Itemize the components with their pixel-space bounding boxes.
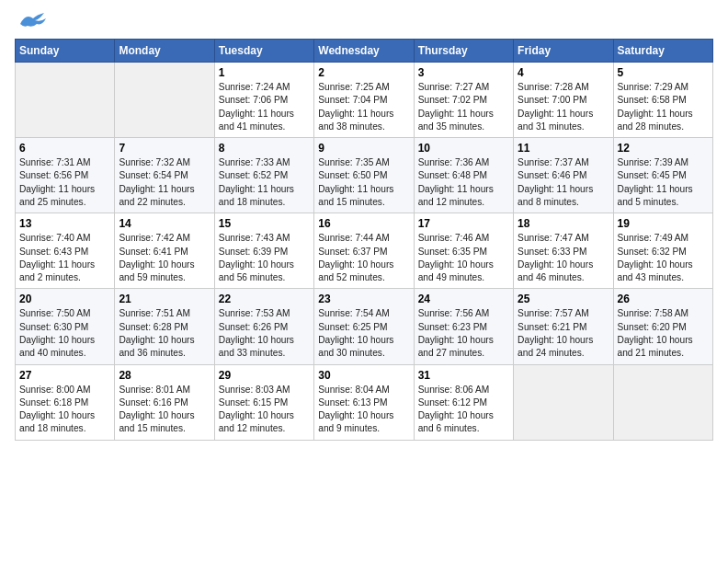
day-number: 21 <box>119 293 210 305</box>
col-header-thursday: Thursday <box>414 40 513 63</box>
sunrise-label: Sunrise: 7:25 AM <box>318 82 390 92</box>
day-detail: Sunrise: 7:57 AM Sunset: 6:21 PM Dayligh… <box>518 307 609 360</box>
sunset-label: Sunset: 6:16 PM <box>119 397 188 408</box>
daylight-label: Daylight: 10 hours and 15 minutes. <box>119 410 194 433</box>
sunrise-label: Sunrise: 7:51 AM <box>119 308 190 318</box>
daylight-label: Daylight: 10 hours and 6 minutes. <box>418 410 494 433</box>
day-detail: Sunrise: 7:54 AM Sunset: 6:25 PM Dayligh… <box>318 307 409 360</box>
day-number: 30 <box>318 369 409 382</box>
daylight-label: Daylight: 10 hours and 40 minutes. <box>19 335 95 358</box>
calendar-cell: 12 Sunrise: 7:39 AM Sunset: 6:45 PM Dayl… <box>613 138 712 213</box>
day-number: 4 <box>518 66 609 79</box>
sunrise-label: Sunrise: 7:56 AM <box>418 308 490 318</box>
daylight-label: Daylight: 10 hours and 33 minutes. <box>219 335 294 358</box>
daylight-label: Daylight: 11 hours and 8 minutes. <box>518 184 593 207</box>
day-number: 23 <box>318 293 409 305</box>
calendar-cell: 10 Sunrise: 7:36 AM Sunset: 6:48 PM Dayl… <box>414 138 513 213</box>
sunset-label: Sunset: 6:33 PM <box>518 247 586 257</box>
calendar-cell: 28 Sunrise: 8:01 AM Sunset: 6:16 PM Dayl… <box>115 364 214 440</box>
calendar-header-row: SundayMondayTuesdayWednesdayThursdayFrid… <box>16 40 713 63</box>
sunrise-label: Sunrise: 7:36 AM <box>418 157 490 167</box>
day-number: 14 <box>119 217 210 230</box>
sunset-label: Sunset: 6:12 PM <box>418 397 487 408</box>
day-detail: Sunrise: 7:43 AM Sunset: 6:39 PM Dayligh… <box>219 232 310 284</box>
sunrise-label: Sunrise: 8:03 AM <box>219 385 290 395</box>
sunset-label: Sunset: 6:43 PM <box>19 247 88 257</box>
day-detail: Sunrise: 7:42 AM Sunset: 6:41 PM Dayligh… <box>119 232 210 284</box>
calendar-cell: 13 Sunrise: 7:40 AM Sunset: 6:43 PM Dayl… <box>16 213 115 289</box>
calendar-cell: 3 Sunrise: 7:27 AM Sunset: 7:02 PM Dayli… <box>414 63 513 138</box>
sunset-label: Sunset: 7:04 PM <box>318 95 387 105</box>
sunrise-label: Sunrise: 7:40 AM <box>19 233 91 243</box>
day-detail: Sunrise: 7:31 AM Sunset: 6:56 PM Dayligh… <box>19 156 110 209</box>
day-detail: Sunrise: 8:03 AM Sunset: 6:15 PM Dayligh… <box>219 384 310 436</box>
day-detail: Sunrise: 7:33 AM Sunset: 6:52 PM Dayligh… <box>219 156 310 209</box>
daylight-label: Daylight: 11 hours and 5 minutes. <box>618 184 693 207</box>
calendar-cell: 5 Sunrise: 7:29 AM Sunset: 6:58 PM Dayli… <box>613 63 712 138</box>
day-detail: Sunrise: 7:56 AM Sunset: 6:23 PM Dayligh… <box>418 307 509 360</box>
calendar-cell <box>514 364 613 440</box>
sunset-label: Sunset: 7:00 PM <box>518 95 586 105</box>
calendar-cell: 27 Sunrise: 8:00 AM Sunset: 6:18 PM Dayl… <box>16 364 115 440</box>
daylight-label: Daylight: 10 hours and 27 minutes. <box>418 335 494 358</box>
sunrise-label: Sunrise: 7:29 AM <box>618 82 689 92</box>
day-number: 13 <box>19 217 110 230</box>
calendar-table: SundayMondayTuesdayWednesdayThursdayFrid… <box>15 39 713 441</box>
day-number: 26 <box>618 293 709 305</box>
sunset-label: Sunset: 7:02 PM <box>418 95 487 105</box>
sunset-label: Sunset: 6:32 PM <box>618 247 687 257</box>
calendar-week-row: 13 Sunrise: 7:40 AM Sunset: 6:43 PM Dayl… <box>16 213 713 289</box>
day-number: 1 <box>219 66 310 79</box>
day-number: 17 <box>418 217 509 230</box>
day-number: 7 <box>119 142 210 155</box>
day-number: 19 <box>618 217 709 230</box>
sunset-label: Sunset: 6:52 PM <box>219 170 288 180</box>
day-detail: Sunrise: 7:51 AM Sunset: 6:28 PM Dayligh… <box>119 307 210 360</box>
col-header-sunday: Sunday <box>16 40 115 63</box>
day-number: 5 <box>618 66 709 79</box>
daylight-label: Daylight: 11 hours and 2 minutes. <box>19 259 95 282</box>
calendar-cell <box>16 63 115 138</box>
calendar-cell: 26 Sunrise: 7:58 AM Sunset: 6:20 PM Dayl… <box>613 289 712 364</box>
day-number: 29 <box>219 369 310 382</box>
day-detail: Sunrise: 7:40 AM Sunset: 6:43 PM Dayligh… <box>19 232 110 284</box>
day-number: 3 <box>418 66 509 79</box>
daylight-label: Daylight: 10 hours and 43 minutes. <box>618 259 693 282</box>
calendar-cell <box>613 364 712 440</box>
daylight-label: Daylight: 10 hours and 56 minutes. <box>219 259 294 282</box>
daylight-label: Daylight: 10 hours and 24 minutes. <box>518 335 593 358</box>
sunset-label: Sunset: 6:28 PM <box>119 322 188 332</box>
daylight-label: Daylight: 10 hours and 46 minutes. <box>518 259 593 282</box>
day-number: 16 <box>318 217 409 230</box>
sunset-label: Sunset: 6:15 PM <box>219 397 288 408</box>
logo <box>15 15 51 31</box>
sunset-label: Sunset: 6:25 PM <box>318 322 387 332</box>
day-number: 12 <box>618 142 709 155</box>
calendar-cell: 1 Sunrise: 7:24 AM Sunset: 7:06 PM Dayli… <box>214 63 313 138</box>
sunrise-label: Sunrise: 7:24 AM <box>219 82 290 92</box>
daylight-label: Daylight: 11 hours and 22 minutes. <box>119 184 194 207</box>
daylight-label: Daylight: 11 hours and 38 minutes. <box>318 109 393 132</box>
day-detail: Sunrise: 7:28 AM Sunset: 7:00 PM Dayligh… <box>518 81 609 133</box>
daylight-label: Daylight: 10 hours and 52 minutes. <box>318 259 393 282</box>
day-number: 18 <box>518 217 609 230</box>
day-detail: Sunrise: 7:58 AM Sunset: 6:20 PM Dayligh… <box>618 307 709 360</box>
day-number: 11 <box>518 142 609 155</box>
calendar-cell: 17 Sunrise: 7:46 AM Sunset: 6:35 PM Dayl… <box>414 213 513 289</box>
daylight-label: Daylight: 11 hours and 41 minutes. <box>219 109 294 132</box>
day-number: 9 <box>318 142 409 155</box>
day-number: 31 <box>418 369 509 382</box>
calendar-cell: 9 Sunrise: 7:35 AM Sunset: 6:50 PM Dayli… <box>314 138 414 213</box>
day-number: 15 <box>219 217 310 230</box>
sunrise-label: Sunrise: 7:50 AM <box>19 308 91 318</box>
sunrise-label: Sunrise: 8:01 AM <box>119 385 190 395</box>
sunset-label: Sunset: 6:54 PM <box>119 170 188 180</box>
page-header <box>15 15 713 31</box>
daylight-label: Daylight: 11 hours and 25 minutes. <box>19 184 95 207</box>
sunrise-label: Sunrise: 7:57 AM <box>518 308 589 318</box>
calendar-cell: 21 Sunrise: 7:51 AM Sunset: 6:28 PM Dayl… <box>115 289 214 364</box>
sunset-label: Sunset: 6:30 PM <box>19 322 88 332</box>
calendar-cell: 20 Sunrise: 7:50 AM Sunset: 6:30 PM Dayl… <box>16 289 115 364</box>
calendar-week-row: 6 Sunrise: 7:31 AM Sunset: 6:56 PM Dayli… <box>16 138 713 213</box>
day-number: 20 <box>19 293 110 305</box>
